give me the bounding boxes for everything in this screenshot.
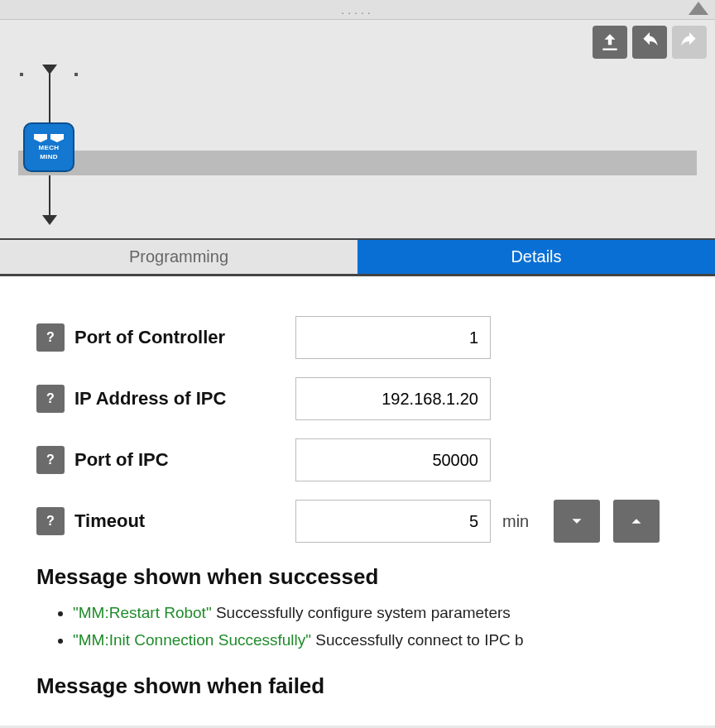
undo-button[interactable] [632, 26, 667, 59]
msg-tag: "MM:Init Connection Successfully" [73, 631, 311, 649]
failed-heading: Message shown when failed [36, 673, 679, 699]
toolbar [0, 20, 715, 65]
top-drag-handle[interactable]: ..... [0, 0, 715, 20]
msg-tag: "MM:Restart Robot" [73, 604, 212, 621]
redo-button[interactable] [672, 26, 707, 59]
help-button-port-ipc[interactable]: ? [36, 446, 65, 474]
list-item: "MM:Init Connection Successfully" Succes… [73, 629, 679, 653]
msg-text: Successfully configure system parameters [212, 604, 511, 621]
flow-start-arrow-icon [42, 65, 57, 74]
row-ip-ipc: ? IP Address of IPC [36, 377, 679, 420]
label-port-controller: Port of Controller [74, 327, 286, 348]
help-button-ip-ipc[interactable]: ? [36, 385, 65, 413]
chevron-down-icon [568, 512, 586, 530]
redo-icon [679, 31, 700, 53]
collapse-up-icon[interactable] [689, 2, 708, 15]
timeout-decrement-button[interactable] [554, 500, 600, 543]
success-heading: Message shown when successed [36, 564, 679, 590]
timeout-unit: min [502, 512, 529, 531]
timeout-increment-button[interactable] [613, 500, 660, 543]
input-port-ipc[interactable] [295, 438, 491, 481]
label-ip-ipc: IP Address of IPC [74, 388, 286, 410]
node-label-2: MIND [40, 154, 58, 160]
input-timeout[interactable] [295, 500, 491, 543]
tab-bar: Programming Details [0, 238, 715, 276]
node-label-1: MECH [39, 145, 60, 151]
flow-end-arrow-icon [42, 215, 57, 225]
chevron-up-icon [627, 512, 645, 530]
label-timeout: Timeout [74, 510, 286, 532]
input-ip-ipc[interactable] [295, 377, 491, 420]
tab-programming[interactable]: Programming [0, 240, 358, 274]
row-port-ipc: ? Port of IPC [36, 438, 679, 481]
tab-details[interactable]: Details [358, 240, 715, 274]
label-port-ipc: Port of IPC [74, 449, 286, 471]
flow-tick [20, 73, 23, 76]
mechmind-logo-icon [34, 134, 64, 142]
upload-icon [599, 31, 621, 53]
row-timeout: ? Timeout min [36, 500, 679, 543]
help-button-timeout[interactable]: ? [36, 507, 65, 535]
flow-tick [74, 73, 78, 76]
help-button-port-controller[interactable]: ? [36, 323, 65, 352]
undo-icon [639, 31, 660, 53]
grip-dots-icon: ..... [341, 3, 373, 17]
list-item: "MM:Restart Robot" Successfully configur… [73, 601, 679, 625]
success-message-list: "MM:Restart Robot" Successfully configur… [36, 601, 679, 652]
input-port-controller[interactable] [295, 316, 491, 359]
flow-track [18, 151, 697, 175]
msg-text: Successfully connect to IPC b [311, 631, 524, 649]
details-pane[interactable]: ? Port of Controller ? IP Address of IPC… [0, 276, 715, 726]
flow-canvas[interactable]: MECH MIND [0, 65, 715, 238]
row-port-controller: ? Port of Controller [36, 316, 679, 359]
mechmind-node[interactable]: MECH MIND [23, 122, 74, 172]
upload-button[interactable] [593, 26, 627, 59]
